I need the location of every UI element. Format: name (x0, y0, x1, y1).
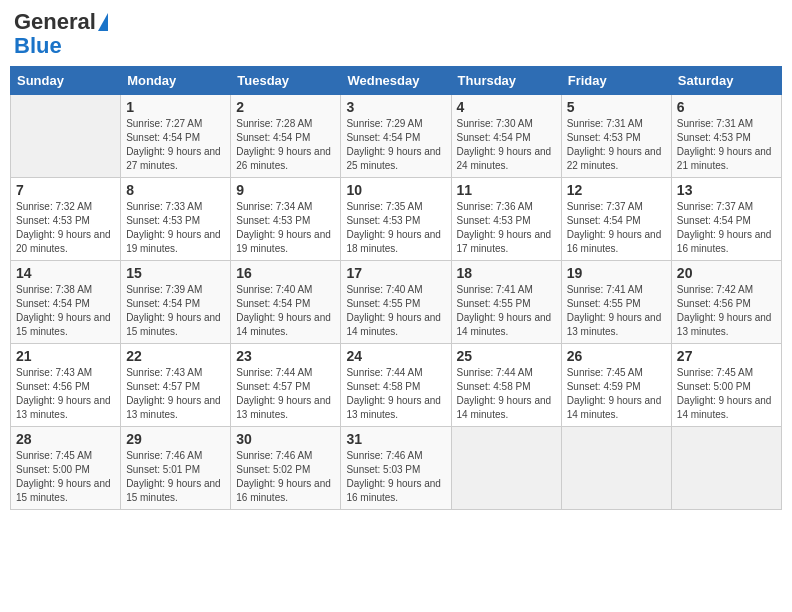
day-number: 5 (567, 99, 666, 115)
day-number: 24 (346, 348, 445, 364)
day-number: 13 (677, 182, 776, 198)
day-info: Sunrise: 7:46 AMSunset: 5:02 PMDaylight:… (236, 449, 335, 505)
day-info: Sunrise: 7:39 AMSunset: 4:54 PMDaylight:… (126, 283, 225, 339)
calendar-cell: 17Sunrise: 7:40 AMSunset: 4:55 PMDayligh… (341, 261, 451, 344)
day-info: Sunrise: 7:45 AMSunset: 5:00 PMDaylight:… (16, 449, 115, 505)
day-info: Sunrise: 7:31 AMSunset: 4:53 PMDaylight:… (677, 117, 776, 173)
logo-text-general: General (14, 10, 96, 34)
calendar-cell: 22Sunrise: 7:43 AMSunset: 4:57 PMDayligh… (121, 344, 231, 427)
calendar-cell: 26Sunrise: 7:45 AMSunset: 4:59 PMDayligh… (561, 344, 671, 427)
logo: General Blue (14, 10, 108, 58)
weekday-header-friday: Friday (561, 67, 671, 95)
calendar-cell: 1Sunrise: 7:27 AMSunset: 4:54 PMDaylight… (121, 95, 231, 178)
weekday-header-sunday: Sunday (11, 67, 121, 95)
calendar-header-row: SundayMondayTuesdayWednesdayThursdayFrid… (11, 67, 782, 95)
day-info: Sunrise: 7:35 AMSunset: 4:53 PMDaylight:… (346, 200, 445, 256)
day-number: 16 (236, 265, 335, 281)
day-info: Sunrise: 7:41 AMSunset: 4:55 PMDaylight:… (567, 283, 666, 339)
day-info: Sunrise: 7:30 AMSunset: 4:54 PMDaylight:… (457, 117, 556, 173)
day-number: 6 (677, 99, 776, 115)
weekday-header-wednesday: Wednesday (341, 67, 451, 95)
calendar-row: 21Sunrise: 7:43 AMSunset: 4:56 PMDayligh… (11, 344, 782, 427)
day-info: Sunrise: 7:43 AMSunset: 4:56 PMDaylight:… (16, 366, 115, 422)
calendar-cell (561, 427, 671, 510)
calendar-cell: 19Sunrise: 7:41 AMSunset: 4:55 PMDayligh… (561, 261, 671, 344)
day-info: Sunrise: 7:27 AMSunset: 4:54 PMDaylight:… (126, 117, 225, 173)
day-info: Sunrise: 7:34 AMSunset: 4:53 PMDaylight:… (236, 200, 335, 256)
calendar-row: 14Sunrise: 7:38 AMSunset: 4:54 PMDayligh… (11, 261, 782, 344)
day-number: 1 (126, 99, 225, 115)
day-number: 25 (457, 348, 556, 364)
day-number: 14 (16, 265, 115, 281)
page-header: General Blue (10, 10, 782, 58)
calendar-cell (11, 95, 121, 178)
calendar-cell: 11Sunrise: 7:36 AMSunset: 4:53 PMDayligh… (451, 178, 561, 261)
day-number: 23 (236, 348, 335, 364)
day-info: Sunrise: 7:45 AMSunset: 5:00 PMDaylight:… (677, 366, 776, 422)
day-info: Sunrise: 7:29 AMSunset: 4:54 PMDaylight:… (346, 117, 445, 173)
calendar-cell: 3Sunrise: 7:29 AMSunset: 4:54 PMDaylight… (341, 95, 451, 178)
day-info: Sunrise: 7:32 AMSunset: 4:53 PMDaylight:… (16, 200, 115, 256)
calendar-cell: 12Sunrise: 7:37 AMSunset: 4:54 PMDayligh… (561, 178, 671, 261)
calendar-cell: 16Sunrise: 7:40 AMSunset: 4:54 PMDayligh… (231, 261, 341, 344)
day-number: 30 (236, 431, 335, 447)
day-number: 11 (457, 182, 556, 198)
calendar-cell: 31Sunrise: 7:46 AMSunset: 5:03 PMDayligh… (341, 427, 451, 510)
day-info: Sunrise: 7:36 AMSunset: 4:53 PMDaylight:… (457, 200, 556, 256)
calendar-cell: 13Sunrise: 7:37 AMSunset: 4:54 PMDayligh… (671, 178, 781, 261)
weekday-header-saturday: Saturday (671, 67, 781, 95)
calendar-cell: 20Sunrise: 7:42 AMSunset: 4:56 PMDayligh… (671, 261, 781, 344)
day-info: Sunrise: 7:44 AMSunset: 4:58 PMDaylight:… (457, 366, 556, 422)
day-number: 2 (236, 99, 335, 115)
day-number: 8 (126, 182, 225, 198)
calendar-cell: 18Sunrise: 7:41 AMSunset: 4:55 PMDayligh… (451, 261, 561, 344)
day-number: 22 (126, 348, 225, 364)
calendar-cell: 28Sunrise: 7:45 AMSunset: 5:00 PMDayligh… (11, 427, 121, 510)
day-number: 26 (567, 348, 666, 364)
day-info: Sunrise: 7:40 AMSunset: 4:55 PMDaylight:… (346, 283, 445, 339)
day-info: Sunrise: 7:31 AMSunset: 4:53 PMDaylight:… (567, 117, 666, 173)
day-number: 12 (567, 182, 666, 198)
calendar-row: 28Sunrise: 7:45 AMSunset: 5:00 PMDayligh… (11, 427, 782, 510)
day-info: Sunrise: 7:46 AMSunset: 5:01 PMDaylight:… (126, 449, 225, 505)
calendar-cell: 5Sunrise: 7:31 AMSunset: 4:53 PMDaylight… (561, 95, 671, 178)
calendar-cell: 7Sunrise: 7:32 AMSunset: 4:53 PMDaylight… (11, 178, 121, 261)
day-info: Sunrise: 7:28 AMSunset: 4:54 PMDaylight:… (236, 117, 335, 173)
day-number: 3 (346, 99, 445, 115)
calendar-cell: 4Sunrise: 7:30 AMSunset: 4:54 PMDaylight… (451, 95, 561, 178)
calendar-cell: 27Sunrise: 7:45 AMSunset: 5:00 PMDayligh… (671, 344, 781, 427)
logo-triangle-icon (98, 13, 108, 31)
calendar-cell: 24Sunrise: 7:44 AMSunset: 4:58 PMDayligh… (341, 344, 451, 427)
day-number: 9 (236, 182, 335, 198)
day-info: Sunrise: 7:37 AMSunset: 4:54 PMDaylight:… (677, 200, 776, 256)
weekday-header-monday: Monday (121, 67, 231, 95)
day-info: Sunrise: 7:38 AMSunset: 4:54 PMDaylight:… (16, 283, 115, 339)
calendar-cell: 10Sunrise: 7:35 AMSunset: 4:53 PMDayligh… (341, 178, 451, 261)
day-info: Sunrise: 7:33 AMSunset: 4:53 PMDaylight:… (126, 200, 225, 256)
day-info: Sunrise: 7:40 AMSunset: 4:54 PMDaylight:… (236, 283, 335, 339)
day-info: Sunrise: 7:44 AMSunset: 4:57 PMDaylight:… (236, 366, 335, 422)
day-number: 28 (16, 431, 115, 447)
day-info: Sunrise: 7:45 AMSunset: 4:59 PMDaylight:… (567, 366, 666, 422)
weekday-header-thursday: Thursday (451, 67, 561, 95)
calendar-row: 7Sunrise: 7:32 AMSunset: 4:53 PMDaylight… (11, 178, 782, 261)
calendar-row: 1Sunrise: 7:27 AMSunset: 4:54 PMDaylight… (11, 95, 782, 178)
day-number: 18 (457, 265, 556, 281)
calendar-cell: 30Sunrise: 7:46 AMSunset: 5:02 PMDayligh… (231, 427, 341, 510)
calendar-cell: 9Sunrise: 7:34 AMSunset: 4:53 PMDaylight… (231, 178, 341, 261)
day-info: Sunrise: 7:37 AMSunset: 4:54 PMDaylight:… (567, 200, 666, 256)
calendar-cell: 2Sunrise: 7:28 AMSunset: 4:54 PMDaylight… (231, 95, 341, 178)
day-number: 21 (16, 348, 115, 364)
day-number: 19 (567, 265, 666, 281)
calendar-cell (451, 427, 561, 510)
day-info: Sunrise: 7:44 AMSunset: 4:58 PMDaylight:… (346, 366, 445, 422)
day-info: Sunrise: 7:43 AMSunset: 4:57 PMDaylight:… (126, 366, 225, 422)
logo-text-blue: Blue (14, 34, 62, 58)
calendar-cell (671, 427, 781, 510)
calendar-cell: 25Sunrise: 7:44 AMSunset: 4:58 PMDayligh… (451, 344, 561, 427)
calendar-table: SundayMondayTuesdayWednesdayThursdayFrid… (10, 66, 782, 510)
calendar-cell: 23Sunrise: 7:44 AMSunset: 4:57 PMDayligh… (231, 344, 341, 427)
calendar-cell: 15Sunrise: 7:39 AMSunset: 4:54 PMDayligh… (121, 261, 231, 344)
day-number: 10 (346, 182, 445, 198)
day-number: 7 (16, 182, 115, 198)
